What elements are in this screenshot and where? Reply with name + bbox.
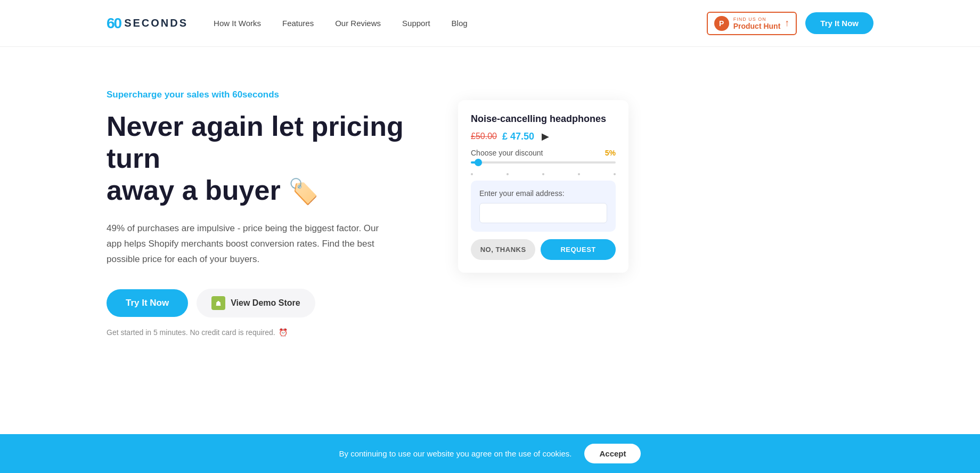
- hero-description: 49% of purchases are impulsive - price b…: [107, 221, 383, 267]
- nav-actions: P FIND US ON Product Hunt ↑ Try It Now: [707, 12, 873, 35]
- product-hunt-badge[interactable]: P FIND US ON Product Hunt ↑: [707, 12, 797, 35]
- price-original: £50.00: [471, 132, 497, 141]
- navbar: 60 SECONDS How It Works Features Our Rev…: [0, 0, 980, 47]
- email-input[interactable]: [479, 203, 607, 223]
- nav-features[interactable]: Features: [282, 19, 314, 28]
- hero-note: Get started in 5 minutes. No credit card…: [107, 328, 415, 337]
- nav-how-it-works[interactable]: How It Works: [214, 19, 261, 28]
- logo-icon: 60: [107, 15, 121, 32]
- product-hunt-icon: P: [714, 16, 729, 31]
- view-demo-store-label: View Demo Store: [231, 298, 300, 308]
- discount-percent: 5%: [605, 149, 616, 157]
- product-prices: £50.00 £ 47.50 ▶: [471, 131, 616, 142]
- try-it-now-nav-button[interactable]: Try It Now: [805, 12, 873, 34]
- slider-dot-4: [578, 173, 580, 175]
- slider-dot-5: [614, 173, 616, 175]
- hero-left: Supercharge your sales with 60seconds Ne…: [107, 89, 415, 337]
- hero-note-text: Get started in 5 minutes. No credit card…: [107, 328, 275, 337]
- cursor-icon: ▶: [542, 131, 549, 142]
- hero-section: Supercharge your sales with 60seconds Ne…: [0, 47, 980, 369]
- nav-links: How It Works Features Our Reviews Suppor…: [214, 19, 707, 28]
- product-hunt-arrow: ↑: [785, 18, 789, 29]
- nav-support[interactable]: Support: [402, 19, 430, 28]
- slider-dot-1: [471, 173, 473, 175]
- try-it-now-hero-button[interactable]: Try It Now: [107, 289, 188, 317]
- product-name: Noise-cancelling headphones: [471, 113, 616, 125]
- hero-title-line1: Never again let pricing turn: [107, 111, 404, 174]
- hero-title-emoji: 🏷️: [288, 177, 318, 205]
- accept-cookies-button[interactable]: Accept: [584, 444, 641, 463]
- widget-buttons: NO, THANKS REQUEST: [471, 239, 616, 260]
- slider-dot-3: [542, 173, 544, 175]
- cookie-banner: By continuing to use our website you agr…: [0, 434, 980, 473]
- price-discounted: £ 47.50: [502, 131, 534, 142]
- nav-blog[interactable]: Blog: [452, 19, 468, 28]
- logo-text: SECONDS: [124, 17, 188, 29]
- slider-track: [471, 161, 616, 164]
- slider-dots: [471, 173, 616, 175]
- nav-our-reviews[interactable]: Our Reviews: [335, 19, 381, 28]
- hero-title: Never again let pricing turn away a buye…: [107, 111, 415, 206]
- view-demo-store-button[interactable]: View Demo Store: [197, 289, 315, 317]
- hero-buttons: Try It Now View Demo Store: [107, 289, 415, 317]
- product-hunt-name: Product Hunt: [733, 22, 781, 30]
- slider-thumb: [475, 159, 482, 166]
- shopify-icon: [211, 296, 225, 310]
- cookie-message: By continuing to use our website you agr…: [339, 449, 572, 458]
- request-button[interactable]: REQUEST: [541, 239, 616, 260]
- logo[interactable]: 60 SECONDS: [107, 15, 188, 32]
- product-widget: Noise-cancelling headphones £50.00 £ 47.…: [458, 100, 628, 273]
- hero-right: Noise-cancelling headphones £50.00 £ 47.…: [458, 100, 628, 273]
- product-hunt-text: FIND US ON Product Hunt: [733, 17, 781, 30]
- product-hunt-find-us: FIND US ON: [733, 17, 781, 22]
- discount-label: Choose your discount: [471, 149, 543, 157]
- hero-title-line2: away a buyer: [107, 175, 281, 206]
- hero-note-emoji: ⏰: [279, 328, 288, 337]
- email-section: Enter your email address:: [471, 181, 616, 232]
- email-label: Enter your email address:: [479, 189, 607, 198]
- no-thanks-button[interactable]: NO, THANKS: [471, 239, 535, 260]
- discount-label-row: Choose your discount 5%: [471, 149, 616, 157]
- hero-tagline: Supercharge your sales with 60seconds: [107, 89, 415, 100]
- slider-dot-2: [507, 173, 509, 175]
